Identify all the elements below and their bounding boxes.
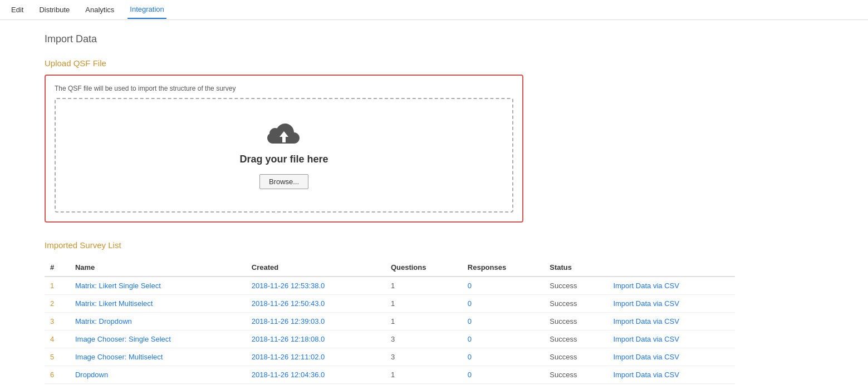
cell-action[interactable]: Import Data via CSV [607, 330, 735, 348]
cell-questions: 1 [385, 366, 462, 384]
cell-status: Success [544, 295, 607, 313]
cell-status: Success [544, 366, 607, 384]
cell-name[interactable]: Matrix: Likert Single Select [70, 277, 246, 295]
cell-responses: 0 [462, 295, 544, 313]
table-row: 1 Matrix: Likert Single Select 2018-11-2… [45, 277, 735, 295]
cell-created: 2018-11-26 12:18:08.0 [246, 330, 385, 348]
table-row: 3 Matrix: Dropdown 2018-11-26 12:39:03.0… [45, 313, 735, 330]
upload-box: The QSF file will be used to import the … [45, 75, 523, 223]
col-responses: Responses [462, 259, 544, 277]
cell-created: 2018-11-26 12:04:36.0 [246, 366, 385, 384]
nav-analytics[interactable]: Analytics [83, 1, 116, 18]
cell-responses: 0 [462, 348, 544, 366]
imported-survey-list-section: Imported Survey List # Name Created Ques… [45, 240, 735, 384]
list-section-title: Imported Survey List [45, 240, 735, 250]
col-action [607, 259, 735, 277]
top-navigation: Edit Distribute Analytics Integration [0, 0, 868, 20]
table-row: 6 Dropdown 2018-11-26 12:04:36.0 1 0 Suc… [45, 366, 735, 384]
cell-num: 1 [45, 277, 70, 295]
cell-num: 3 [45, 313, 70, 330]
cell-name[interactable]: Dropdown [70, 366, 246, 384]
browse-button[interactable]: Browse... [259, 174, 308, 189]
nav-distribute[interactable]: Distribute [37, 1, 72, 18]
cell-name[interactable]: Matrix: Likert Multiselect [70, 295, 246, 313]
cell-num: 5 [45, 348, 70, 366]
cell-questions: 1 [385, 295, 462, 313]
table-row: 4 Image Chooser: Single Select 2018-11-2… [45, 330, 735, 348]
cell-questions: 1 [385, 277, 462, 295]
cell-num: 2 [45, 295, 70, 313]
cell-num: 6 [45, 366, 70, 384]
cloud-upload-icon [267, 121, 301, 149]
upload-section: Upload QSF File The QSF file will be use… [45, 58, 735, 223]
cell-name[interactable]: Image Chooser: Single Select [70, 330, 246, 348]
cell-name[interactable]: Matrix: Dropdown [70, 313, 246, 330]
drop-zone[interactable]: Drag your file here Browse... [55, 98, 513, 213]
col-created: Created [246, 259, 385, 277]
cell-name[interactable]: Image Chooser: Multiselect [70, 348, 246, 366]
cell-questions: 1 [385, 313, 462, 330]
upload-section-title: Upload QSF File [45, 58, 735, 68]
cell-action[interactable]: Import Data via CSV [607, 277, 735, 295]
page-title: Import Data [45, 33, 735, 45]
nav-edit[interactable]: Edit [9, 1, 26, 18]
main-content: Import Data Upload QSF File The QSF file… [0, 20, 779, 385]
nav-integration[interactable]: Integration [127, 1, 166, 19]
cell-created: 2018-11-26 12:53:38.0 [246, 277, 385, 295]
cell-action[interactable]: Import Data via CSV [607, 348, 735, 366]
cell-responses: 0 [462, 330, 544, 348]
cell-action[interactable]: Import Data via CSV [607, 366, 735, 384]
cell-status: Success [544, 348, 607, 366]
table-header-row: # Name Created Questions Responses Statu… [45, 259, 735, 277]
cell-responses: 0 [462, 366, 544, 384]
cell-status: Success [544, 330, 607, 348]
cell-action[interactable]: Import Data via CSV [607, 313, 735, 330]
drag-text: Drag your file here [67, 154, 501, 165]
cell-action[interactable]: Import Data via CSV [607, 295, 735, 313]
cell-status: Success [544, 313, 607, 330]
cell-created: 2018-11-26 12:50:43.0 [246, 295, 385, 313]
upload-hint: The QSF file will be used to import the … [55, 85, 513, 92]
cell-responses: 0 [462, 313, 544, 330]
survey-table: # Name Created Questions Responses Statu… [45, 259, 735, 384]
cell-questions: 3 [385, 330, 462, 348]
col-num: # [45, 259, 70, 277]
cell-responses: 0 [462, 277, 544, 295]
col-status: Status [544, 259, 607, 277]
cell-status: Success [544, 277, 607, 295]
cell-num: 4 [45, 330, 70, 348]
table-row: 5 Image Chooser: Multiselect 2018-11-26 … [45, 348, 735, 366]
table-row: 2 Matrix: Likert Multiselect 2018-11-26 … [45, 295, 735, 313]
col-name: Name [70, 259, 246, 277]
cell-created: 2018-11-26 12:11:02.0 [246, 348, 385, 366]
cell-questions: 3 [385, 348, 462, 366]
cell-created: 2018-11-26 12:39:03.0 [246, 313, 385, 330]
col-questions: Questions [385, 259, 462, 277]
